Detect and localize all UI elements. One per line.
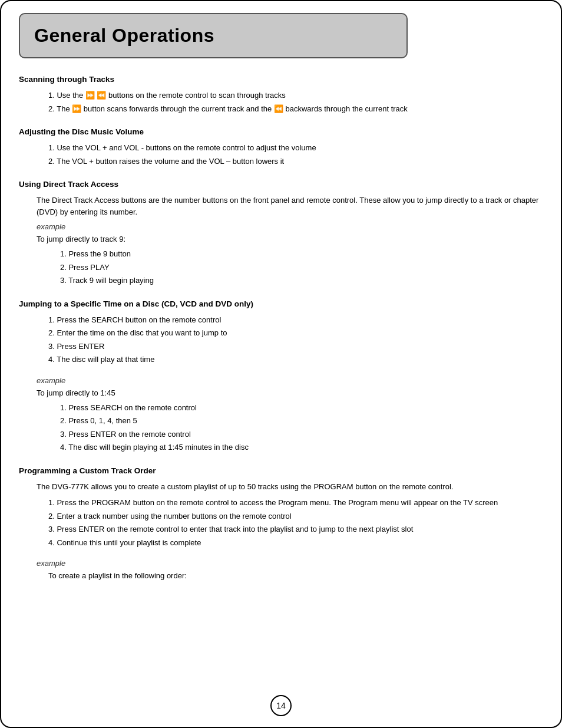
section-content-direct-track: The Direct Track Access buttons are the … bbox=[37, 195, 543, 286]
page-container: General Operations Scanning through Trac… bbox=[0, 0, 562, 728]
section-content-volume: 1. Use the VOL + and VOL - buttons on th… bbox=[37, 142, 543, 167]
section-volume: Adjusting the Disc Music Volume 1. Use t… bbox=[19, 127, 543, 167]
list-item: 3. Press ENTER on the remote control to … bbox=[48, 523, 543, 535]
section-specific-time: Jumping to a Specific Time on a Disc (CD… bbox=[19, 299, 543, 453]
section-direct-track: Using Direct Track Access The Direct Tra… bbox=[19, 180, 543, 286]
example-label-2: example bbox=[37, 376, 543, 385]
section-heading-volume: Adjusting the Disc Music Volume bbox=[19, 127, 543, 136]
section-scanning: Scanning through Tracks 1. Use the ⏩ ⏪ b… bbox=[19, 75, 543, 114]
direct-track-body: The Direct Track Access buttons are the … bbox=[37, 195, 543, 218]
list-item: 2. Enter a track number using the number… bbox=[48, 510, 543, 522]
section-heading-programming: Programming a Custom Track Order bbox=[19, 466, 543, 475]
section-content-programming: The DVG-777K allows you to create a cust… bbox=[37, 481, 543, 581]
list-item: 2. Press PLAY bbox=[60, 262, 543, 274]
list-item: 1. Use the VOL + and VOL - buttons on th… bbox=[48, 142, 543, 154]
example-text-1: To jump directly to track 9: bbox=[37, 235, 543, 243]
list-item: 4. Continue this until your playlist is … bbox=[48, 537, 543, 549]
header-box: General Operations bbox=[19, 13, 408, 58]
list-item: 3. Press ENTER bbox=[48, 341, 543, 353]
example-text-2: To jump directly to 1:45 bbox=[37, 388, 543, 397]
programming-body: The DVG-777K allows you to create a cust… bbox=[37, 481, 543, 493]
section-content-scanning: 1. Use the ⏩ ⏪ buttons on the remote con… bbox=[37, 90, 543, 114]
example-text-3: To create a playlist in the following or… bbox=[48, 571, 543, 580]
section-heading-specific-time: Jumping to a Specific Time on a Disc (CD… bbox=[19, 299, 543, 308]
list-item: 2. Press 0, 1, 4, then 5 bbox=[60, 415, 543, 427]
list-item: 1. Press the PROGRAM button on the remot… bbox=[48, 497, 543, 509]
section-content-specific-time: 1. Press the SEARCH button on the remote… bbox=[37, 314, 543, 453]
list-item: 1. Press the 9 button bbox=[60, 248, 543, 260]
example-list-2: 1. Press SEARCH on the remote control 2.… bbox=[60, 402, 543, 453]
page-number: 14 bbox=[270, 695, 292, 716]
list-item: 4. The disc will play at that time bbox=[48, 354, 543, 365]
page-title: General Operations bbox=[34, 25, 392, 47]
section-heading-direct-track: Using Direct Track Access bbox=[19, 180, 543, 189]
example-label-1: example bbox=[37, 222, 543, 231]
example-label-3: example bbox=[37, 559, 543, 568]
list-item: 2. The ⏩ button scans forwards through t… bbox=[48, 103, 543, 115]
list-item: 1. Press SEARCH on the remote control bbox=[60, 402, 543, 414]
list-item: 4. The disc will begin playing at 1:45 m… bbox=[60, 442, 543, 453]
list-item: 2. The VOL + button raises the volume an… bbox=[48, 156, 543, 167]
page-footer: 14 bbox=[270, 695, 292, 716]
section-programming: Programming a Custom Track Order The DVG… bbox=[19, 466, 543, 581]
list-item: 1. Press the SEARCH button on the remote… bbox=[48, 314, 543, 326]
list-item: 3. Press ENTER on the remote control bbox=[60, 429, 543, 440]
list-item: 1. Use the ⏩ ⏪ buttons on the remote con… bbox=[48, 90, 543, 101]
list-item: 2. Enter the time on the disc that you w… bbox=[48, 327, 543, 339]
section-heading-scanning: Scanning through Tracks bbox=[19, 75, 543, 84]
list-item: 3. Track 9 will begin playing bbox=[60, 275, 543, 286]
example-list-1: 1. Press the 9 button 2. Press PLAY 3. T… bbox=[60, 248, 543, 286]
